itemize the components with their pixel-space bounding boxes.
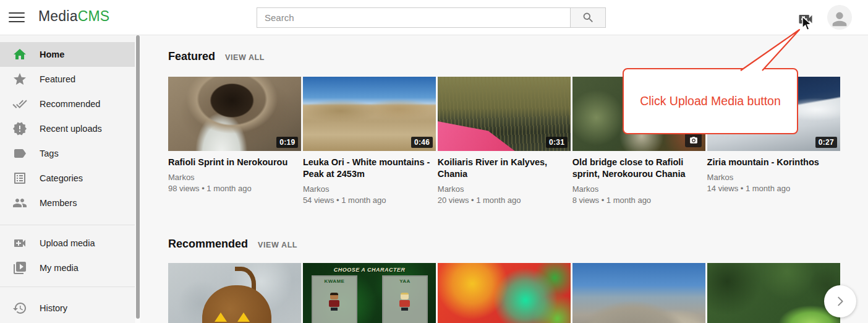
sidebar-item-recent-uploads[interactable]: Recent uploads xyxy=(0,116,135,141)
home-icon xyxy=(12,47,27,62)
video-meta: 98 views • 1 month ago xyxy=(168,183,301,194)
chevron-right-icon xyxy=(833,295,847,308)
game-character-sprite xyxy=(328,293,341,311)
hamburger-menu-icon[interactable] xyxy=(9,10,25,25)
video-title[interactable]: Koiliaris River in Kalyves, Chania xyxy=(438,157,571,180)
sidebar-item-categories[interactable]: Categories xyxy=(0,166,135,191)
history-icon xyxy=(12,301,27,316)
video-thumbnail[interactable] xyxy=(168,263,301,323)
logo-media-text: Media xyxy=(38,8,78,24)
recommended-section-title: Recommended xyxy=(168,238,248,251)
photo-camera-icon xyxy=(689,136,698,145)
video-title[interactable]: Rafioli Sprint in Nerokourou xyxy=(168,157,301,168)
media-card: 0:46 Leuka Ori - White mountains - Peak … xyxy=(303,77,436,219)
sidebar-label: Members xyxy=(40,198,77,208)
video-meta: 14 views • 1 month ago xyxy=(707,183,840,194)
game-character-sprite xyxy=(399,293,411,311)
video-author[interactable]: Markos xyxy=(438,184,571,195)
video-meta: 20 views • 1 month ago xyxy=(438,195,571,206)
video-title[interactable]: Leuka Ori - White mountains - Peak at 24… xyxy=(303,157,436,180)
video-library-icon xyxy=(12,261,27,275)
duration-badge: 0:46 xyxy=(411,137,433,148)
video-thumbnail[interactable]: 0:46 xyxy=(303,77,436,151)
game-character-panel: KWAME xyxy=(312,275,357,323)
video-thumbnail[interactable] xyxy=(572,263,705,323)
search-icon xyxy=(582,11,595,24)
game-character-panel: YAA xyxy=(382,275,428,323)
done-all-icon xyxy=(12,97,27,111)
recommended-row: CHOOSE A CHARACTER KWAME YAA Selected Se… xyxy=(168,263,840,323)
top-bar: MediaCMS xyxy=(0,0,868,35)
upload-media-button[interactable] xyxy=(797,11,814,28)
sidebar-label: Home xyxy=(40,50,64,59)
logo-cms-text: CMS xyxy=(78,8,110,24)
user-avatar[interactable] xyxy=(827,5,852,30)
recommended-view-all-link[interactable]: VIEW ALL xyxy=(258,241,297,249)
star-icon xyxy=(12,72,27,87)
sidebar-label: My media xyxy=(40,263,79,273)
sidebar-item-upload-media[interactable]: Upload media xyxy=(0,231,135,256)
search-input[interactable] xyxy=(257,7,570,28)
video-author[interactable]: Markos xyxy=(572,184,705,195)
upload-hint-text: Click Upload Media button xyxy=(640,94,781,108)
sidebar-label: History xyxy=(40,303,67,313)
video-thumbnail[interactable] xyxy=(438,263,571,323)
video-author[interactable]: Markos xyxy=(303,184,436,195)
pumpkin xyxy=(202,285,271,323)
photo-type-badge xyxy=(685,133,702,147)
video-thumbnail[interactable]: CHOOSE A CHARACTER KWAME YAA Selected Se… xyxy=(303,263,436,323)
video-thumbnail[interactable]: 0:19 xyxy=(168,77,301,151)
sidebar-item-recommended[interactable]: Recommended xyxy=(0,92,135,116)
sidebar-item-tags[interactable]: Tags xyxy=(0,141,135,166)
media-card: 0:19 Rafioli Sprint in Nerokourou Markos… xyxy=(168,77,301,219)
app-logo[interactable]: MediaCMS xyxy=(38,8,109,25)
sidebar-item-history[interactable]: History xyxy=(0,296,135,321)
sidebar-item-members[interactable]: Members xyxy=(0,191,135,215)
duration-badge: 0:27 xyxy=(815,137,837,148)
search-bar xyxy=(257,7,606,28)
new-releases-icon xyxy=(12,121,27,136)
sidebar-item-home[interactable]: Home xyxy=(0,42,135,67)
duration-badge: 0:31 xyxy=(546,137,568,148)
featured-section-title: Featured xyxy=(168,50,215,63)
carousel-next-button[interactable] xyxy=(824,285,856,317)
featured-view-all-link[interactable]: VIEW ALL xyxy=(225,53,265,62)
video-thumbnail[interactable] xyxy=(707,263,840,323)
sidebar: Home Featured Recommended Recent uploads… xyxy=(0,35,135,323)
sidebar-label: Featured xyxy=(40,74,75,84)
sidebar-label: Recommended xyxy=(40,99,100,109)
person-icon xyxy=(829,9,850,30)
members-icon xyxy=(12,196,27,210)
game-heading: CHOOSE A CHARACTER xyxy=(303,267,436,273)
categories-icon xyxy=(12,171,27,186)
video-meta: 8 views • 1 month ago xyxy=(572,195,705,206)
upload-hint-tooltip: Click Upload Media button xyxy=(623,68,798,134)
video-title[interactable]: Old bridge close to Rafioli sprint, Nero… xyxy=(572,157,705,180)
video-author[interactable]: Markos xyxy=(168,172,301,183)
sidebar-label: Categories xyxy=(40,173,83,183)
recommended-section: Recommended VIEW ALL CHOOSE A CHARACTER … xyxy=(168,238,840,323)
video-call-icon xyxy=(12,236,27,251)
sidebar-label: Upload media xyxy=(40,238,95,248)
sidebar-label: Recent uploads xyxy=(40,124,102,134)
sidebar-label: Tags xyxy=(40,149,59,158)
sidebar-item-featured[interactable]: Featured xyxy=(0,67,135,92)
media-card: 0:31 Koiliaris River in Kalyves, Chania … xyxy=(438,77,571,219)
video-meta: 54 views • 1 month ago xyxy=(303,195,436,206)
video-call-icon xyxy=(797,11,814,28)
video-thumbnail[interactable]: 0:31 xyxy=(438,77,571,151)
duration-badge: 0:19 xyxy=(276,137,298,148)
search-button[interactable] xyxy=(570,7,606,28)
video-author[interactable]: Markos xyxy=(707,172,840,183)
video-title[interactable]: Ziria mountain - Korinthos xyxy=(707,157,840,168)
tag-icon xyxy=(12,146,27,161)
sidebar-item-my-media[interactable]: My media xyxy=(0,256,135,280)
